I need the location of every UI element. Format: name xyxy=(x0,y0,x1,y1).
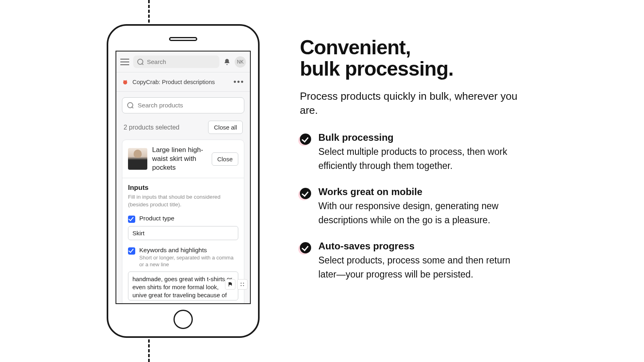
subhead: Process products quickly in bulk, wherev… xyxy=(300,89,525,117)
global-search-input[interactable] xyxy=(147,58,215,65)
feature-bulk: Bulk processing Select multiple products… xyxy=(300,132,525,173)
product-type-checkbox[interactable] xyxy=(128,216,135,223)
search-icon xyxy=(127,102,134,109)
close-all-button[interactable]: Close all xyxy=(208,121,243,134)
product-type-input[interactable] xyxy=(128,226,238,240)
feature-desc: With our responsive design, generating n… xyxy=(318,199,525,227)
feature-title: Works great on mobile xyxy=(318,186,525,197)
phone-mockup: NK CopyCrab: Product descriptions ••• xyxy=(107,24,260,338)
phone-speaker xyxy=(169,37,197,41)
more-icon[interactable]: ••• xyxy=(233,77,244,86)
inputs-help: Fill in inputs that should be considered… xyxy=(128,193,238,208)
keywords-help: Short or longer, separated with a comma … xyxy=(139,255,238,268)
headline: Convenient, bulk processing. xyxy=(300,37,525,80)
product-type-label: Product type xyxy=(139,215,238,222)
svg-point-1 xyxy=(124,80,125,81)
avatar[interactable]: NK xyxy=(235,56,246,68)
feature-autosave: Auto-saves progress Select products, pro… xyxy=(300,241,525,281)
selection-bar: 2 products selected Close all xyxy=(122,113,244,140)
svg-point-5 xyxy=(241,285,242,286)
crab-icon xyxy=(122,79,128,85)
app-screen: NK CopyCrab: Product descriptions ••• xyxy=(116,51,251,304)
feature-mobile: Works great on mobile With our responsiv… xyxy=(300,186,525,227)
top-bar: NK xyxy=(116,51,250,72)
menu-icon[interactable] xyxy=(120,59,129,65)
drag-handle-icon[interactable] xyxy=(237,279,248,290)
feature-title: Auto-saves progress xyxy=(318,241,525,252)
feature-desc: Select multiple products to process, the… xyxy=(318,145,525,173)
keywords-input[interactable]: handmade, goes great with t-shirts or ev… xyxy=(128,272,238,300)
keywords-label: Keywords and highlights xyxy=(139,247,238,254)
phone-home-button xyxy=(173,310,193,329)
check-circle-icon xyxy=(300,242,311,253)
svg-point-3 xyxy=(241,283,242,284)
check-circle-icon xyxy=(300,188,311,199)
svg-point-6 xyxy=(243,285,244,286)
notifications-icon[interactable] xyxy=(223,58,231,66)
app-bar: CopyCrab: Product descriptions ••• xyxy=(116,72,250,92)
flag-icon[interactable] xyxy=(225,279,235,290)
product-search[interactable] xyxy=(122,97,244,113)
selection-count: 2 products selected xyxy=(124,124,180,131)
check-circle-icon xyxy=(300,134,311,145)
feature-title: Bulk processing xyxy=(318,132,525,143)
app-title: CopyCrab: Product descriptions xyxy=(132,79,215,85)
feature-desc: Select products, process some and then r… xyxy=(318,253,525,281)
search-icon xyxy=(137,59,144,65)
svg-point-4 xyxy=(243,283,244,284)
product-thumbnail xyxy=(128,148,147,170)
close-button[interactable]: Close xyxy=(212,152,238,166)
marketing-copy: Convenient, bulk processing. Process pro… xyxy=(300,37,525,295)
product-title: Large linen high-waist skirt with pocket… xyxy=(152,146,207,172)
svg-point-2 xyxy=(126,80,127,81)
product-search-input[interactable] xyxy=(138,102,239,109)
global-search[interactable] xyxy=(133,56,219,68)
keywords-checkbox[interactable] xyxy=(128,247,135,255)
inputs-heading: Inputs xyxy=(128,184,238,192)
